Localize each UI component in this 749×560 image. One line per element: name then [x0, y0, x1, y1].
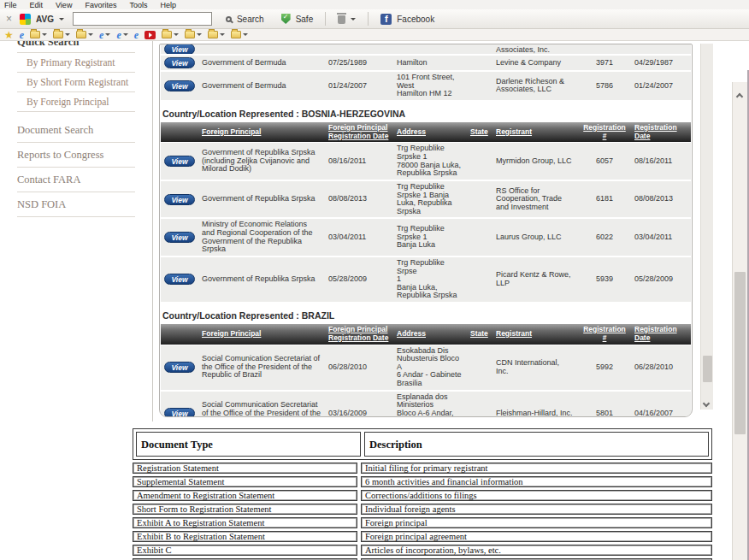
doc-table-row: Exhibit C Articles of incorporation, byl… — [133, 545, 712, 556]
avg-dropdown-icon[interactable] — [59, 18, 64, 21]
menu-view[interactable]: View — [56, 1, 72, 9]
view-button[interactable]: View — [164, 232, 195, 243]
favorites-folder[interactable] — [53, 31, 70, 38]
column-header[interactable]: Foreign Principal Registration Date — [325, 324, 393, 345]
favorites-folder[interactable] — [30, 31, 47, 38]
toolbar-close-icon[interactable]: × — [3, 14, 15, 24]
column-header[interactable]: Registrant — [492, 127, 578, 139]
cell-registrant: Levine & Company — [492, 57, 578, 69]
column-header[interactable]: Registration # — [578, 122, 631, 143]
table-header-row: Foreign Principal Foreign Principal Regi… — [161, 324, 691, 345]
cell-registration-number: 6181 — [578, 193, 631, 205]
menu-edit[interactable]: Edit — [30, 1, 44, 9]
cell-registrant: Myrmidon Group, LLC — [492, 156, 578, 168]
description-cell: Corrections/additions to filings — [361, 490, 712, 501]
safe-button[interactable]: Safe — [296, 15, 314, 24]
sidebar-item-reports-to-congress[interactable]: Reports to Congress — [17, 143, 135, 168]
column-header[interactable]: Registration Date — [631, 324, 693, 345]
cell-fp-reg-date: 03/16/2009 — [325, 408, 393, 417]
column-header[interactable]: Foreign Principal Registration Date — [325, 122, 393, 143]
column-header[interactable]: Foreign Principal — [198, 127, 325, 139]
sidebar-item-by-primary-registrant[interactable]: By Primary Registrant — [17, 53, 135, 73]
favorites-link[interactable] — [116, 31, 127, 39]
favorites-folder[interactable] — [208, 31, 225, 38]
add-favorite-star-icon[interactable] — [4, 31, 14, 39]
scroll-up-icon[interactable] — [736, 93, 743, 100]
cell-registrant: Associates, Inc. — [492, 44, 578, 54]
column-header[interactable]: Address — [393, 127, 467, 139]
cell-registrant: Picard Kentz & Rowe, LLP — [492, 269, 578, 289]
cell-state — [467, 160, 492, 163]
cell-fp-reg-date: 08/08/2013 — [325, 193, 393, 205]
column-header[interactable]: Registration # — [578, 324, 631, 345]
trash-dropdown-icon[interactable] — [351, 18, 356, 21]
column-header[interactable]: Address — [393, 328, 467, 340]
ie-page-icon[interactable] — [134, 31, 139, 39]
column-header[interactable]: Foreign Principal — [198, 328, 325, 340]
cell-state — [467, 62, 492, 65]
favorites-link[interactable] — [99, 31, 110, 39]
inner-scroll-down-icon[interactable] — [703, 400, 710, 407]
cell-address: Trg Republike Srpske 1 Banja Luka, Repub… — [393, 181, 467, 218]
menu-tools[interactable]: Tools — [129, 1, 147, 9]
favorites-folder[interactable] — [162, 31, 179, 38]
youtube-icon[interactable] — [144, 31, 156, 39]
sidebar-item-by-short-form-registrant[interactable]: By Short Form Registrant — [17, 73, 135, 92]
cell-registration-date: 01/24/2007 — [631, 80, 693, 92]
toolbar-search-input[interactable] — [73, 12, 212, 26]
cell-registration-number: 6057 — [578, 156, 631, 168]
cell-foreign-principal: Government of Bermuda — [198, 57, 325, 69]
facebook-button[interactable]: Facebook — [397, 15, 434, 24]
cell-state — [467, 236, 492, 239]
table-row: View Government of Bermuda 01/24/2007 10… — [161, 72, 691, 100]
column-header[interactable]: State — [467, 127, 492, 139]
cell-foreign-principal: Social Communication Secretariat of the … — [198, 399, 325, 417]
view-button[interactable]: View — [164, 194, 195, 205]
cell-fp-reg-date: 08/16/2011 — [325, 156, 393, 168]
view-button[interactable]: View — [164, 362, 195, 373]
trash-icon[interactable] — [338, 15, 345, 24]
cell-registration-number: 3971 — [578, 57, 631, 69]
doc-type-cell: Exhibit C — [133, 545, 357, 556]
safe-shield-icon — [281, 14, 291, 24]
view-button[interactable]: View — [164, 57, 195, 68]
cell-foreign-principal: Government of Republika Srpska — [198, 193, 325, 205]
inner-scrollbar[interactable] — [700, 44, 713, 410]
chevron-down-icon — [174, 33, 179, 36]
sidebar-item-nsd-foia[interactable]: NSD FOIA — [17, 192, 135, 217]
menu-favorites[interactable]: Favorites — [85, 1, 116, 9]
cell-address: Hamilton — [393, 57, 467, 69]
view-button[interactable]: View — [164, 44, 195, 54]
column-header[interactable]: State — [467, 328, 492, 340]
column-header[interactable]: Registrant — [492, 328, 578, 340]
window-scrollbar-thumb[interactable] — [734, 272, 746, 434]
inner-scrollbar-thumb[interactable] — [703, 356, 712, 382]
cell-address: Esplanada dos Ministerios Bloco A-6 Anda… — [393, 392, 467, 417]
cell-foreign-principal: Government of Republika Srpska (includin… — [198, 147, 325, 175]
column-header[interactable]: Registration Date — [631, 122, 693, 143]
chevron-down-icon — [105, 33, 110, 36]
menu-file[interactable]: File — [4, 1, 17, 9]
favorites-folder[interactable] — [76, 31, 93, 38]
view-button[interactable]: View — [164, 408, 195, 417]
sidebar-item-by-foreign-principal[interactable]: By Foreign Principal — [17, 92, 135, 112]
search-icon — [226, 16, 232, 22]
sidebar-item-document-search[interactable]: Document Search — [17, 118, 135, 143]
view-button[interactable]: View — [164, 274, 195, 285]
search-button[interactable]: Search — [237, 15, 264, 24]
table-row: View Social Comunication Secretariat of … — [161, 345, 691, 390]
favorites-folder[interactable] — [231, 31, 248, 38]
doc-type-cell: Supplemental Statement — [133, 476, 357, 487]
view-button[interactable]: View — [164, 156, 195, 167]
cell-state — [467, 84, 492, 87]
view-button[interactable]: View — [164, 80, 195, 91]
folder-icon — [231, 31, 241, 38]
chevron-down-icon — [42, 33, 47, 36]
window-scrollbar[interactable] — [732, 82, 747, 560]
doc-type-cell: Registration Statement — [133, 463, 357, 474]
cell-registration-date: 03/04/2011 — [631, 232, 693, 244]
menu-help[interactable]: Help — [160, 1, 176, 9]
favorites-folder[interactable] — [185, 31, 202, 38]
sidebar-item-contact-fara[interactable]: Contact FARA — [17, 168, 135, 192]
ie-page-icon[interactable] — [20, 31, 24, 39]
